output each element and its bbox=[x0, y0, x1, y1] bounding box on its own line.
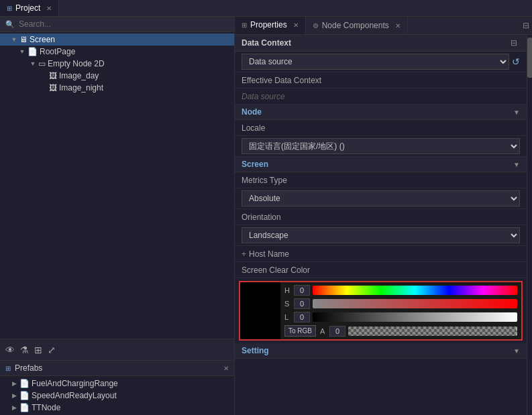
tab-nodecomponents-label: Node Components bbox=[322, 21, 389, 30]
screen-clear-color-header: Screen Clear Color bbox=[235, 262, 527, 278]
left-panel: 🔍 ▼ 🖥 Screen ▼ 📄 RootPage ▼ ▭ Empty Node… bbox=[0, 17, 235, 415]
filter-icon[interactable]: ⚗ bbox=[20, 345, 29, 355]
slider-label-l: L bbox=[284, 313, 291, 321]
metrics-type-dropdown[interactable]: Absolute bbox=[242, 190, 520, 206]
node-section-label: Node bbox=[242, 107, 262, 117]
slider-track-a[interactable] bbox=[348, 327, 517, 336]
prefab-arrow-speed: ▶ bbox=[11, 392, 17, 399]
to-rgb-button[interactable]: To RGB bbox=[284, 325, 316, 337]
imagenight-icon: 🖼 bbox=[49, 83, 57, 93]
tree-item-imagenight[interactable]: 🖼 Image_night bbox=[0, 82, 234, 94]
setting-section-label: Setting bbox=[242, 346, 269, 355]
hostname-row: + Host Name bbox=[235, 246, 527, 262]
node-section-arrow[interactable]: ▼ bbox=[513, 109, 520, 116]
panel-layout-icon[interactable]: ⊟ bbox=[520, 19, 532, 32]
tab-properties[interactable]: ⊞ Properties ✕ bbox=[235, 17, 306, 34]
tab-project[interactable]: ⊞ Project ✕ bbox=[0, 0, 59, 16]
prefab-item-ttnode[interactable]: ▶ 📄 TTNode bbox=[0, 402, 234, 414]
expand-icon[interactable]: ⤢ bbox=[48, 345, 56, 355]
prefab-item-fuel[interactable]: ▶ 📄 FuelAndChargingRange bbox=[0, 377, 234, 390]
orientation-label: Orientation bbox=[242, 213, 322, 222]
color-picker-body: H S L bbox=[240, 282, 521, 339]
screen-section-arrow[interactable]: ▼ bbox=[513, 161, 520, 168]
locale-dropdown[interactable]: 固定语言(固定国家/地区) () bbox=[242, 138, 520, 154]
prefabs-header: ⊞ Prefabs ✕ bbox=[0, 361, 234, 376]
prefabs-tab-icon: ⊞ bbox=[5, 365, 11, 372]
tab-nodecomponents[interactable]: ⚙ Node Components ✕ bbox=[306, 17, 408, 34]
data-source-dropdown[interactable]: Data source bbox=[242, 54, 509, 70]
tree-label-emptynode2d: Empty Node 2D bbox=[48, 59, 105, 68]
effective-data-context-label: Effective Data Context bbox=[242, 76, 322, 85]
nodecomponents-tab-icon: ⚙ bbox=[313, 22, 319, 29]
locale-label-row: Locale bbox=[235, 120, 527, 136]
effective-data-context-value: Data source bbox=[242, 92, 520, 101]
tab-properties-close[interactable]: ✕ bbox=[293, 21, 299, 29]
tab-properties-label: Properties bbox=[250, 20, 287, 29]
tab-project-label: Project bbox=[15, 3, 40, 13]
locale-dropdown-row: 固定语言(固定国家/地区) () bbox=[235, 136, 527, 157]
prefab-arrow-fuel: ▶ bbox=[11, 380, 17, 387]
left-toolbar: 👁 ⚗ ⊞ ⤢ bbox=[0, 339, 234, 360]
slider-row-s: S bbox=[284, 298, 517, 309]
slider-track-h[interactable] bbox=[313, 286, 517, 295]
orientation-dropdown-row: Landscape bbox=[235, 225, 527, 246]
right-scrollbar[interactable] bbox=[527, 35, 532, 415]
prefab-item-speed[interactable]: ▶ 📄 SpeedAndReadyLayout bbox=[0, 390, 234, 402]
color-sliders: H S L bbox=[280, 282, 521, 339]
slider-value-l[interactable] bbox=[294, 312, 310, 322]
search-input[interactable] bbox=[19, 19, 229, 29]
slider-value-h[interactable] bbox=[294, 285, 310, 296]
tree-label-screen: Screen bbox=[30, 35, 55, 44]
refresh-icon[interactable]: ↺ bbox=[512, 56, 520, 67]
prefab-label-fuel: FuelAndChargingRange bbox=[32, 379, 118, 388]
tree-arrow-screen: ▼ bbox=[11, 36, 17, 43]
tree-item-imageday[interactable]: 🖼 Image_day bbox=[0, 70, 234, 82]
properties-tab-icon: ⊞ bbox=[242, 21, 247, 29]
scrollbar-thumb[interactable] bbox=[527, 38, 532, 78]
setting-section-arrow[interactable]: ▼ bbox=[513, 347, 520, 355]
metrics-type-label: Metrics Type bbox=[242, 176, 322, 185]
tree-label-rootpage: RootPage bbox=[40, 47, 75, 56]
orientation-label-row: Orientation bbox=[235, 209, 527, 225]
grid-icon[interactable]: ⊞ bbox=[34, 345, 42, 355]
prefab-label-speed: SpeedAndReadyLayout bbox=[32, 391, 117, 400]
slider-row-l: L bbox=[284, 312, 517, 322]
tree-item-screen[interactable]: ▼ 🖥 Screen bbox=[0, 34, 234, 46]
slider-label-h: H bbox=[284, 286, 291, 294]
slider-track-l[interactable] bbox=[313, 312, 517, 322]
slider-value-a[interactable] bbox=[329, 326, 345, 337]
imageday-icon: 🖼 bbox=[49, 71, 57, 80]
tree-item-emptynode2d[interactable]: ▼ ▭ Empty Node 2D bbox=[0, 58, 234, 70]
prefabs-title: Prefabs bbox=[15, 363, 42, 373]
slider-label-s: S bbox=[284, 300, 291, 308]
screen-section-label: Screen bbox=[242, 160, 268, 169]
prefab-arrow-ttnode: ▶ bbox=[11, 404, 17, 411]
slider-value-s[interactable] bbox=[294, 298, 310, 309]
slider-track-s[interactable] bbox=[313, 299, 517, 308]
color-preview bbox=[240, 282, 280, 339]
data-context-icon[interactable]: ⊟ bbox=[508, 37, 520, 49]
locale-label: Locale bbox=[242, 123, 322, 133]
prefab-icon-speed: 📄 bbox=[19, 391, 30, 400]
data-context-section-header: Data Context ⊟ bbox=[235, 35, 527, 52]
tree-label-imageday: Image_day bbox=[59, 71, 99, 80]
right-panel: ⊞ Properties ✕ ⚙ Node Components ✕ ⊟ Dat… bbox=[235, 17, 532, 415]
plus-icon[interactable]: + bbox=[242, 249, 246, 259]
slider-row-h: H bbox=[284, 285, 517, 296]
eye-icon[interactable]: 👁 bbox=[5, 345, 15, 355]
prefabs-close[interactable]: ✕ bbox=[223, 365, 229, 372]
tree-area: ▼ 🖥 Screen ▼ 📄 RootPage ▼ ▭ Empty Node 2… bbox=[0, 32, 234, 339]
tree-arrow-emptynode: ▼ bbox=[30, 60, 36, 67]
tab-nodecomponents-close[interactable]: ✕ bbox=[395, 22, 401, 29]
data-context-label: Data Context bbox=[242, 38, 322, 48]
prefab-label-ttnode: TTNode bbox=[32, 403, 60, 412]
emptynode-icon: ▭ bbox=[38, 59, 46, 68]
orientation-dropdown[interactable]: Landscape bbox=[242, 227, 520, 243]
tree-arrow-rootpage: ▼ bbox=[19, 48, 25, 55]
tab-project-close[interactable]: ✕ bbox=[46, 5, 52, 12]
effective-data-context-value-row: Data source bbox=[235, 88, 527, 105]
tree-item-rootpage[interactable]: ▼ 📄 RootPage bbox=[0, 46, 234, 58]
search-bar: 🔍 bbox=[0, 17, 234, 32]
search-icon: 🔍 bbox=[5, 20, 15, 29]
screen-icon: 🖥 bbox=[19, 35, 28, 44]
